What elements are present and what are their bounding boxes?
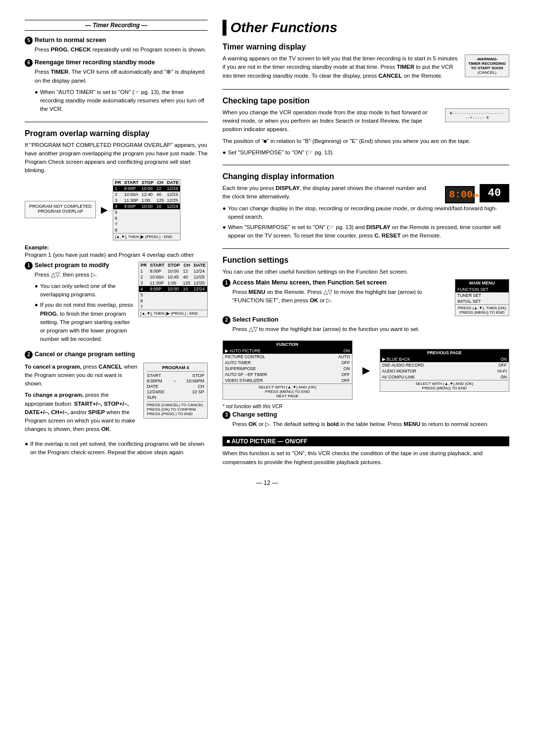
step6-title: Reengage timer recording standby mode (35, 59, 208, 66)
function-step2-title: Select Function (232, 316, 509, 323)
function-row-auto-picture: ▶ AUTO PICTUREON (223, 348, 352, 354)
step6-number: 6 (25, 59, 33, 67)
function-step1-number: 1 (222, 279, 230, 287)
example-text: Program 1 (you have just made) and Progr… (25, 252, 208, 258)
function-tables: FUNCTION ▶ AUTO PICTUREON PICTURE CONTRO… (222, 340, 509, 400)
step5-number: 5 (25, 37, 33, 45)
cancel-bullet1: ● If the overlap is not yet solved, the … (25, 440, 208, 457)
function-row-auto-timer: AUTO TIMEROFF (223, 360, 352, 366)
changing-display-section: Changing display information 40 8:00PM E… (222, 172, 509, 242)
step2-number: 2 (25, 351, 33, 359)
function-table-left: FUNCTION ▶ AUTO PICTUREON PICTURE CONTRO… (222, 340, 353, 400)
cancel-box: PROGRAM 4 START STOP 8:00PM → 10:00PM DA… (143, 363, 208, 419)
changing-display-title: Changing display information (222, 172, 509, 181)
position-indicator-text: B----·----·----·----·----+----· E (449, 111, 505, 120)
function-row-picture-control: PICTURE CONTROLAUTO (223, 354, 352, 360)
function-step2-body: Press △▽ to move the highlight bar (arro… (232, 325, 509, 333)
tw-line2: TIMER RECORDING (468, 61, 506, 66)
tw-line4: (CANCEL) (468, 70, 506, 75)
function-step3-number: 3 (222, 411, 230, 419)
cancel-ch-label: CH (198, 384, 204, 389)
position-indicator-box: B----·----·----·----·----+----· E (445, 108, 509, 122)
overlap-screen-title: PROGRAM NOT COMPLETEDPROGRAM OVERLAP (29, 204, 91, 214)
function-row-2nd-audio: 2ND AUDIO RECORDOFF (380, 362, 509, 368)
function-settings-body: You can use the other useful function se… (222, 268, 509, 276)
function-step1: MAIN MENU FUNCTION SET TUNER SET INITIAL… (222, 279, 509, 316)
right-column: Other Functions Timer warning display -W… (222, 20, 509, 470)
step5-title: Return to normal screen (35, 37, 208, 44)
function-step1-body: Press MENU on the Remote. Press △▽ to mo… (232, 288, 450, 305)
timer-warning-title: Timer warning display (222, 43, 509, 51)
cancel-body2: To change a program, press the appropria… (25, 391, 138, 433)
main-menu-item-initial-set: INITIAL SET (455, 298, 509, 304)
tw-line1: -WARNING- (468, 57, 506, 61)
cancel-body1: To cancel a program, press CANCEL when t… (25, 363, 138, 388)
overlap-arrow: ▶ (101, 204, 108, 215)
auto-picture-header: ■ AUTO PICTURE — ON/OFF (222, 436, 509, 446)
page-layout: — Timer Recording — 5 Return to normal s… (25, 20, 509, 470)
changing-display-bullet2: ● When "SUPERIMPOSE" is set to "ON" (☞ p… (222, 223, 509, 240)
main-menu-box: MAIN MENU FUNCTION SET TUNER SET INITIAL… (455, 279, 509, 316)
function-step3-body: Press OK or ▷. The default setting is bo… (232, 420, 509, 428)
timer-warning-section: Timer warning display -WARNING- TIMER RE… (222, 43, 509, 83)
cancel-start-label: START (147, 373, 161, 378)
cancel-start-val: 8:00PM (147, 378, 162, 383)
function-tables-arrow: ▶ (362, 364, 370, 376)
function-table-right-title: PREVIOUS PAGE (380, 349, 509, 356)
cancel-footer1: PRESS (CANCEL) TO CANCEL (147, 403, 204, 407)
program-overlap-body: If "PROGRAM NOT COMPLETED PROGRAM OVERLA… (25, 141, 208, 175)
display-time: 8:00PM (445, 186, 475, 203)
cancel-ch-val: 10 SP (192, 389, 204, 394)
function-settings-title: Function settings (222, 256, 509, 265)
cancel-day-val: SUN (147, 395, 204, 400)
main-menu-footer: PRESS (▲,▼), THEN (OK)PRESS (MENU) TO EN… (455, 304, 509, 316)
step1-title: Select program to modify (35, 262, 134, 269)
step1-bullet2: ● If you do not mind this overlap, press… (35, 301, 134, 343)
cancel-stop-val: 10:00PM (186, 378, 204, 383)
checking-tape-bullet1: ● Set "SUPERIMPOSE" to "ON" (☞ pg. 13). (222, 148, 509, 157)
program-overlap-section: Program overlap warning display If "PROG… (25, 129, 208, 258)
function-settings-section: Function settings You can use the other … (222, 256, 509, 467)
program-overlap-title: Program overlap warning display (25, 129, 208, 138)
cancel-date-val: 12/24/00 (147, 389, 164, 394)
page-number: — 12 — (25, 479, 509, 486)
select-table-box: PRSTARTSTOPCHDATE 18:00P10:001212/24 210… (138, 262, 208, 317)
cancel-container: To cancel a program, press CANCEL when t… (25, 363, 208, 437)
step6: 6 Reengage timer recording standby mode … (25, 59, 208, 115)
changing-display-content: 40 8:00PM Each time you press DISPLAY, t… (222, 184, 509, 242)
select-program-section: 1 Select program to modify Press △▽, the… (25, 262, 208, 348)
cancel-program-section: 2 Cancel or change program setting To ca… (25, 351, 208, 457)
main-menu-title: MAIN MENU (455, 280, 509, 286)
checking-tape-title: Checking tape position (222, 96, 509, 105)
function-step2: 2 Select Function Press △▽ to move the h… (222, 316, 509, 409)
function-row-auto-sp-ep: AUTO SP→EP TIMEROFF (223, 372, 352, 378)
cancel-box-title: PROGRAM 4 (147, 365, 204, 372)
checking-tape-section: Checking tape position B----·----·----·-… (222, 96, 509, 159)
function-step1-content: MAIN MENU FUNCTION SET TUNER SET INITIAL… (222, 279, 509, 316)
cancel-footer2: PRESS (OK) TO CONFIRM (147, 407, 204, 412)
function-step1-title: Access Main Menu screen, then Function S… (232, 279, 450, 286)
step5: 5 Return to normal screen Press PROG. CH… (25, 37, 208, 57)
function-table-left-title: FUNCTION (223, 341, 352, 348)
checking-tape-content: B----·----·----·----·----+----· E When y… (222, 108, 509, 159)
cancel-footer3: PRESS (PROG.) TO END (147, 412, 204, 416)
auto-picture-body: When this function is set to "ON", this … (222, 449, 509, 467)
step5-body: Press PROG. CHECK repeatedly until no Pr… (35, 46, 208, 54)
example-label: Example: (25, 244, 208, 250)
step1-body: Press △▽, then press ▷. (35, 271, 134, 279)
function-step3-title: Change setting (232, 411, 509, 418)
function-row-blue-back: ▶ BLUE BACKON (380, 356, 509, 362)
display-number: 40 (480, 184, 509, 202)
function-step3: 3 Change setting Press OK or ▷. The defa… (222, 411, 509, 431)
step1-number: 1 (25, 262, 33, 270)
timer-warning-box: -WARNING- TIMER RECORDING TO START SOON … (465, 54, 509, 77)
program-table: PRSTARTSTOPCHDATE 18:00P10:001212/24 210… (113, 179, 180, 240)
section-divider-2 (222, 89, 509, 90)
section-divider-4 (222, 248, 509, 249)
overlap-demo: PROGRAM NOT COMPLETEDPROGRAM OVERLAP ▶ P… (25, 179, 208, 240)
function-row-video-stab: VIDEO STABILIZEROFF (223, 378, 352, 383)
function-row-superimpose: SUPERIMPOSEON (223, 366, 352, 372)
step1-bullet1: ● You can only select one of the overlap… (35, 282, 134, 299)
checking-tape-body2: The position of "■" in relation to "B" (… (222, 137, 509, 145)
step6-body1: Press TIMER. The VCR turns off automatic… (35, 68, 208, 85)
